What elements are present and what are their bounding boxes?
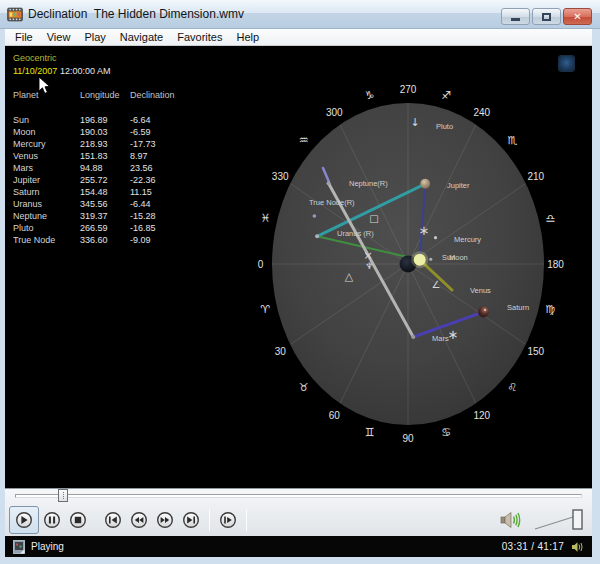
wheel-degree-label: 0 [258, 259, 264, 270]
step-button[interactable] [215, 506, 241, 534]
wheel-degree-label: 90 [402, 433, 414, 444]
status-bar: Playing 03:31 / 41:17 [5, 536, 592, 557]
aspect-symbol: × [363, 249, 372, 262]
media-player-window: Declination The Hidden Dimension.wmv ✕ F… [0, 0, 600, 564]
window-title: Declination The Hidden Dimension.wmv [28, 7, 244, 21]
player-controls [5, 488, 592, 536]
chart-label-venus: Venus [470, 286, 491, 295]
wheel-degree-label: 240 [473, 107, 490, 118]
close-button[interactable]: ✕ [563, 8, 592, 25]
wheel-degree-label: 270 [400, 84, 417, 95]
skip-back-button[interactable] [100, 506, 126, 534]
maximize-icon [542, 13, 551, 21]
chart-label-jupiter: Jupiter [447, 181, 470, 190]
aspect-symbol: □ [369, 213, 378, 224]
stop-icon [68, 510, 88, 530]
table-row: Saturn154.4811.15 [13, 186, 110, 198]
taurus-glyph: ♉ [299, 381, 309, 394]
planet-marker-moon [429, 258, 432, 261]
planet-marker-venus [478, 306, 489, 317]
wheel-degree-label: 330 [272, 171, 289, 182]
skip-forward-button[interactable] [178, 506, 204, 534]
sagittarius-glyph: ♐ [441, 89, 451, 102]
menu-item-navigate[interactable]: Navigate [113, 30, 170, 44]
menu-item-help[interactable]: Help [229, 30, 266, 44]
volume-handle[interactable] [573, 510, 582, 529]
aspect-symbol: △ [345, 270, 354, 283]
play-button[interactable] [9, 506, 39, 534]
planet-marker-neptune [327, 181, 331, 185]
menu-item-play[interactable]: Play [77, 30, 112, 44]
menu-bar: FileViewPlayNavigateFavoritesHelp [5, 29, 592, 46]
wheel-degree-label: 180 [547, 259, 564, 270]
chart-label-mercury: Mercury [454, 235, 481, 244]
menu-item-file[interactable]: File [8, 30, 40, 44]
aquarius-glyph: ♒ [299, 134, 309, 147]
transport-buttons [5, 503, 592, 537]
app-media-file-icon [7, 7, 23, 22]
seek-row [5, 489, 592, 503]
status-speaker-icon [571, 541, 584, 553]
minimize-icon [511, 18, 520, 21]
time-display: 03:31 / 41:17 [502, 541, 564, 552]
table-row: Venus151.838.97 [13, 150, 110, 162]
scorpio-glyph: ♏ [507, 134, 517, 147]
table-header: Planet Longitude Declination [13, 89, 110, 101]
chart-label-uranusr: Uranus (R) [337, 229, 374, 238]
wheel-degree-label: 210 [527, 171, 544, 182]
toolbar-separator [246, 509, 247, 531]
date-value: 11/10/2007 [13, 66, 57, 76]
planet-marker-jupiter [420, 179, 430, 189]
pause-button[interactable] [39, 506, 65, 534]
fast-forward-icon [155, 510, 175, 530]
planet-marker-true-node [313, 214, 317, 218]
datetime-line: 11/10/2007 12:00:00 AM [13, 65, 110, 78]
mouse-cursor [38, 76, 51, 95]
seek-bar[interactable] [15, 494, 582, 498]
wheel-degree-label: 150 [527, 346, 544, 357]
menu-item-view[interactable]: View [40, 30, 78, 44]
table-row: Mercury218.93-17.73 [13, 138, 110, 150]
volume-slider[interactable] [532, 506, 586, 534]
rewind-button[interactable] [126, 506, 152, 534]
seek-thumb[interactable] [58, 489, 68, 502]
step-icon [218, 510, 238, 530]
leo-glyph: ♌ [507, 381, 517, 394]
frame-label: Geocentric [13, 52, 110, 65]
video-area[interactable]: 0306090120150180210240270300330♈♉♊♋♌♍♎♏♐… [5, 46, 592, 488]
table-row: Sun196.89-6.64 [13, 114, 110, 126]
table-row: Pluto266.59-16.85 [13, 222, 110, 234]
minimize-button[interactable] [501, 8, 530, 25]
chart-label-mars: Mars [432, 334, 449, 343]
rewind-icon [129, 510, 149, 530]
status-file-icon [13, 540, 25, 554]
maximize-button[interactable] [532, 8, 561, 25]
table-row: Neptune319.37-15.28 [13, 210, 110, 222]
menu-item-favorites[interactable]: Favorites [170, 30, 229, 44]
close-icon: ✕ [573, 11, 581, 22]
planet-marker-mars [411, 335, 415, 339]
chart-label-neptuner: Neptune(R) [349, 179, 388, 188]
chart-label-saturn: Saturn [507, 303, 529, 312]
speaker-loud-icon [500, 510, 524, 530]
playback-state: Playing [31, 541, 64, 552]
volume-cluster [500, 506, 592, 534]
table-row: Jupiter255.72-22.36 [13, 174, 110, 186]
skip-back-icon [103, 510, 123, 530]
aspect-symbol: ♆ [365, 261, 373, 271]
stop-button[interactable] [65, 506, 91, 534]
gemini-glyph: ♊ [365, 426, 375, 439]
toolbar-separator [209, 509, 210, 531]
titlebar[interactable]: Declination The Hidden Dimension.wmv ✕ [0, 0, 600, 29]
pause-icon [42, 510, 62, 530]
fast-forward-button[interactable] [152, 506, 178, 534]
planet-table: Geocentric 11/10/2007 12:00:00 AM Planet… [13, 52, 110, 246]
wheel-degree-label: 300 [326, 107, 343, 118]
virgo-glyph: ♍ [546, 303, 556, 316]
wheel-degree-label: 120 [473, 410, 490, 421]
aspect-symbol: ∗ [448, 327, 459, 342]
pisces-glyph: ♓ [261, 212, 271, 225]
chart-label-moon: Moon [449, 253, 468, 262]
table-row: Uranus345.56-6.44 [13, 198, 110, 210]
planet-marker-mercury [434, 236, 437, 239]
